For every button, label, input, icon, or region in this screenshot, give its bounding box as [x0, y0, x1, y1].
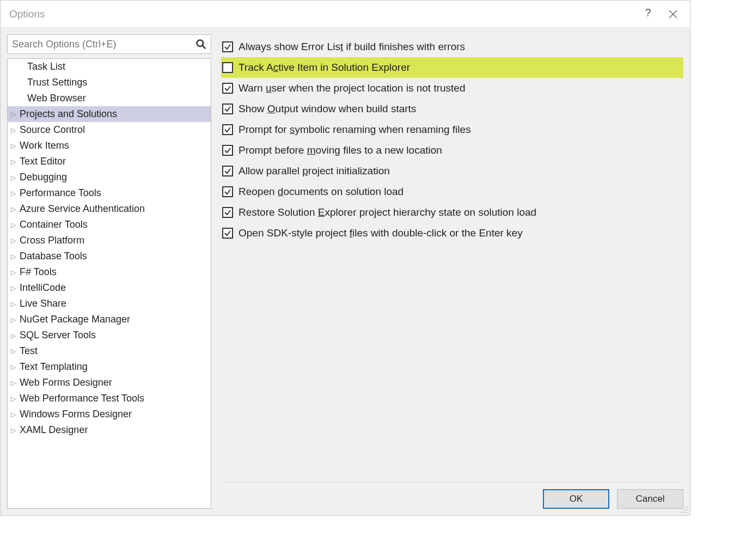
- expand-arrow-icon[interactable]: ▷: [11, 174, 19, 181]
- expand-arrow-icon[interactable]: ▷: [11, 332, 19, 339]
- checkbox[interactable]: [222, 166, 233, 176]
- tree-item[interactable]: Trust Settings: [8, 75, 211, 90]
- ok-button[interactable]: OK: [543, 489, 609, 509]
- checkbox[interactable]: [222, 228, 233, 239]
- expand-arrow-icon[interactable]: ▷: [11, 363, 19, 371]
- check-icon: [224, 43, 231, 51]
- tree-item[interactable]: ▷Web Forms Designer: [8, 375, 211, 391]
- option-label: Prompt for symbolic renaming when renami…: [239, 124, 471, 136]
- option-label: Restore Solution Explorer project hierar…: [239, 206, 536, 218]
- tree-item-label: Task List: [27, 61, 65, 72]
- tree-item[interactable]: ▷Azure Service Authentication: [8, 201, 211, 217]
- expand-arrow-icon[interactable]: ▷: [11, 158, 19, 166]
- checkbox[interactable]: [222, 124, 233, 135]
- checkbox[interactable]: [222, 207, 233, 218]
- expand-arrow-icon[interactable]: ▷: [11, 316, 19, 324]
- option-label: Prompt before moving files to a new loca…: [239, 144, 442, 156]
- close-button[interactable]: [661, 1, 686, 28]
- search-icon: [195, 39, 206, 50]
- check-icon: [224, 147, 231, 154]
- tree-item-label: Web Browser: [27, 93, 86, 104]
- option-row: Always show Error List if build finishes…: [221, 36, 683, 57]
- tree-item-label: Test: [20, 345, 38, 357]
- expand-arrow-icon[interactable]: ▷: [11, 237, 19, 245]
- tree-item[interactable]: ▷Database Tools: [8, 248, 211, 264]
- expand-arrow-icon[interactable]: ▷: [11, 427, 19, 434]
- tree-item[interactable]: ▷XAML Designer: [8, 422, 211, 438]
- tree-item[interactable]: ▷Text Editor: [8, 154, 211, 169]
- tree-item-label: Projects and Solutions: [20, 108, 117, 120]
- tree-item-label: Web Performance Test Tools: [20, 393, 144, 404]
- tree-item[interactable]: ▷Performance Tools: [8, 185, 211, 201]
- tree-item[interactable]: ▷Debugging: [8, 169, 211, 185]
- expand-arrow-icon[interactable]: ▷: [11, 142, 19, 150]
- tree-item[interactable]: ▷Live Share: [8, 296, 211, 312]
- expand-arrow-icon[interactable]: ▷: [11, 348, 19, 355]
- checkbox[interactable]: [222, 186, 233, 197]
- cancel-button[interactable]: Cancel: [617, 489, 683, 509]
- checkbox[interactable]: [222, 83, 233, 94]
- tree-item-label: Text Editor: [20, 156, 66, 167]
- tree-item[interactable]: ▷Work Items: [8, 138, 211, 154]
- expand-arrow-icon[interactable]: ▷: [11, 126, 19, 134]
- expand-arrow-icon[interactable]: ▷: [11, 269, 19, 276]
- check-icon: [224, 209, 231, 216]
- expand-arrow-icon[interactable]: ▷: [11, 395, 19, 403]
- tree-item-label: SQL Server Tools: [20, 330, 96, 341]
- checkbox[interactable]: [222, 41, 233, 52]
- tree-item[interactable]: ▷F# Tools: [8, 264, 211, 280]
- search-box[interactable]: [7, 34, 211, 54]
- svg-point-5: [684, 509, 685, 510]
- option-row: Restore Solution Explorer project hierar…: [221, 202, 683, 223]
- expand-arrow-icon[interactable]: ▷: [11, 253, 19, 260]
- tree-item[interactable]: ▷Cross Platform: [8, 233, 211, 248]
- dialog-buttons: OK Cancel: [221, 489, 683, 509]
- option-label: Reopen documents on solution load: [239, 186, 403, 198]
- expand-arrow-icon[interactable]: ▷: [11, 284, 19, 292]
- tree-item[interactable]: ▷Text Templating: [8, 359, 211, 375]
- option-row: Prompt for symbolic renaming when renami…: [221, 119, 683, 140]
- expand-arrow-icon[interactable]: ▷: [11, 205, 19, 213]
- tree-item[interactable]: Task List: [8, 59, 211, 75]
- expand-arrow-icon[interactable]: ▷: [11, 190, 19, 197]
- resize-grip[interactable]: [681, 506, 688, 514]
- tree-item[interactable]: ▷SQL Server Tools: [8, 327, 211, 343]
- option-row: Reopen documents on solution load: [221, 181, 683, 202]
- checkbox[interactable]: [222, 145, 233, 156]
- expand-arrow-icon[interactable]: ▷: [11, 221, 19, 229]
- tree-item[interactable]: ▷NuGet Package Manager: [8, 312, 211, 327]
- expand-arrow-icon[interactable]: ▷: [11, 111, 19, 118]
- tree-item-label: Cross Platform: [20, 235, 84, 246]
- tree-item[interactable]: ▷Test: [8, 343, 211, 359]
- titlebar: Options ?: [1, 1, 690, 28]
- tree-item-label: Text Templating: [20, 361, 88, 373]
- categories-tree[interactable]: Task ListTrust SettingsWeb Browser▷Proje…: [7, 58, 211, 509]
- tree-item[interactable]: ▷IntelliCode: [8, 280, 211, 296]
- check-icon: [224, 84, 231, 92]
- option-label: Show Output window when build starts: [239, 103, 416, 115]
- option-row: Show Output window when build starts: [221, 99, 683, 119]
- tree-item-label: Container Tools: [20, 219, 88, 230]
- tree-item-label: Live Share: [20, 298, 66, 309]
- tree-item[interactable]: ▷Windows Forms Designer: [8, 406, 211, 422]
- option-row: Allow parallel project initialization: [221, 161, 683, 181]
- tree-item-label: Trust Settings: [27, 77, 87, 88]
- expand-arrow-icon[interactable]: ▷: [11, 300, 19, 308]
- tree-item[interactable]: ▷Web Performance Test Tools: [8, 391, 211, 406]
- checkbox[interactable]: [222, 104, 233, 114]
- tree-item-label: Windows Forms Designer: [20, 409, 132, 420]
- expand-arrow-icon[interactable]: ▷: [11, 379, 19, 387]
- tree-item[interactable]: ▷Source Control: [8, 122, 211, 138]
- tree-item-label: Work Items: [20, 140, 69, 151]
- search-input[interactable]: [12, 39, 195, 50]
- tree-item-label: Performance Tools: [20, 187, 101, 199]
- tree-item[interactable]: ▷Projects and Solutions: [8, 106, 211, 122]
- dialog-content: Task ListTrust SettingsWeb Browser▷Proje…: [1, 28, 690, 515]
- tree-item-label: Web Forms Designer: [20, 377, 112, 388]
- tree-item[interactable]: Web Browser: [8, 90, 211, 106]
- checkbox[interactable]: [222, 62, 233, 73]
- option-row: Prompt before moving files to a new loca…: [221, 140, 683, 161]
- expand-arrow-icon[interactable]: ▷: [11, 411, 19, 418]
- help-button[interactable]: ?: [635, 1, 661, 28]
- tree-item[interactable]: ▷Container Tools: [8, 217, 211, 233]
